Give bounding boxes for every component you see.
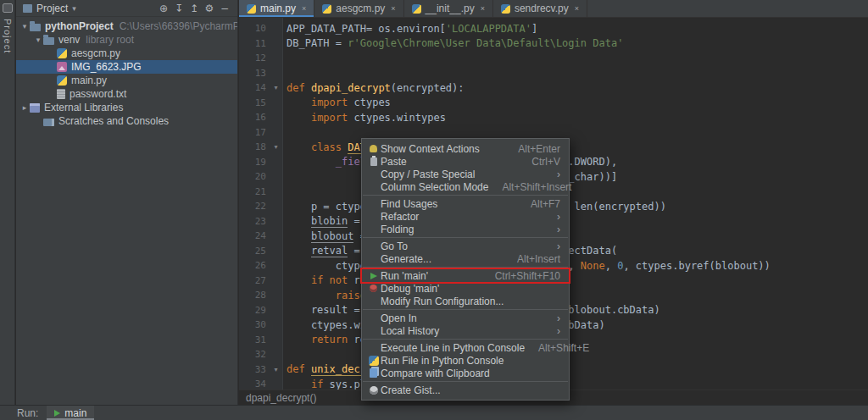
menu-item-modify-run-configuration[interactable]: Modify Run Configuration... — [362, 295, 569, 307]
line-number[interactable]: 24 — [239, 230, 270, 241]
line-number[interactable]: 23 — [239, 216, 270, 227]
menu-item-column-selection-mode[interactable]: Column Selection ModeAlt+Shift+Insert — [362, 180, 569, 193]
breadcrumb-item[interactable]: dpapi_decrypt() — [246, 392, 316, 404]
menu-item-label: Local History — [381, 325, 541, 337]
chevron-right-icon[interactable]: ▸ — [19, 103, 30, 112]
menu-item-label: Run 'main' — [381, 270, 481, 282]
line-number[interactable]: 33 — [239, 364, 270, 375]
menu-item-go-to[interactable]: Go To› — [362, 240, 569, 252]
line-number[interactable]: 19 — [239, 157, 270, 168]
line-number[interactable]: 22 — [239, 201, 270, 212]
menu-item-run-file-in-python-console[interactable]: Run File in Python Console — [362, 354, 569, 367]
line-number[interactable]: 21 — [239, 186, 270, 197]
line-number[interactable]: 16 — [239, 112, 270, 123]
menu-item-paste[interactable]: PasteCtrl+V — [362, 155, 569, 168]
menu-item-debug-main[interactable]: Debug 'main' — [362, 282, 569, 295]
project-toolbar: ⊕↧↥⚙− — [156, 3, 232, 14]
menu-item-find-usages[interactable]: Find UsagesAlt+F7 — [362, 197, 569, 210]
tree-item-img-6623-jpg[interactable]: IMG_6623.JPG — [16, 60, 237, 74]
run-tool-window-tab[interactable]: main — [47, 406, 94, 420]
line-number[interactable]: 29 — [239, 305, 270, 316]
project-stripe-icon — [3, 3, 13, 13]
line-number[interactable]: 14 — [239, 82, 270, 93]
project-panel-title[interactable]: Project — [36, 3, 68, 14]
stripe-tab-project[interactable]: Project — [3, 19, 13, 53]
menu-separator — [363, 195, 568, 196]
menu-item-label: Go To — [381, 240, 541, 252]
compare-icon — [370, 368, 377, 378]
line-number[interactable]: 17 — [239, 127, 270, 138]
menu-item-generate[interactable]: Generate...Alt+Insert — [362, 252, 569, 265]
caret-down-icon[interactable]: ▾ — [72, 4, 76, 13]
tree-item-scratches-and-consoles[interactable]: Scratches and Consoles — [16, 114, 237, 128]
menu-item-folding[interactable]: Folding› — [362, 223, 569, 235]
line-number[interactable]: 13 — [239, 68, 270, 79]
menu-item-show-context-actions[interactable]: Show Context ActionsAlt+Enter — [362, 142, 569, 155]
menu-separator — [363, 267, 568, 268]
menu-item-label: Execute Line in Python Console — [381, 342, 525, 354]
menu-item-create-gist[interactable]: Create Gist... — [362, 384, 569, 396]
context-menu: Show Context ActionsAlt+EnterPasteCtrl+V… — [361, 138, 570, 401]
line-number[interactable]: 31 — [239, 334, 270, 345]
locate-icon[interactable]: ⊕ — [156, 3, 171, 14]
tree-item-external-libraries[interactable]: ▸External Libraries — [16, 101, 237, 114]
scroll-up-icon[interactable]: ↥ — [186, 3, 202, 14]
fold-chevron-icon[interactable]: ▾ — [270, 366, 282, 373]
menu-item-compare-with-clipboard[interactable]: Compare with Clipboard — [362, 367, 569, 379]
tab-sendrecv-py[interactable]: sendrecv.py× — [493, 0, 587, 17]
settings-icon[interactable]: ⚙ — [202, 3, 217, 14]
tree-item-venv[interactable]: ▾venvlibrary root — [16, 33, 237, 47]
run-tab-label: main — [64, 407, 86, 419]
menu-item-run-main[interactable]: Run 'main'Ctrl+Shift+F10 — [362, 269, 569, 282]
chevron-down-icon[interactable]: ▾ — [33, 36, 43, 44]
tab-init-py[interactable]: __init__.py× — [404, 0, 493, 17]
tree-item-label: main.py — [71, 75, 107, 86]
scroll-down-icon[interactable]: ↧ — [171, 3, 186, 14]
fold-chevron-icon[interactable]: ▾ — [270, 143, 282, 151]
line-number[interactable]: 10 — [239, 23, 270, 34]
fold-chevron-icon[interactable]: ▾ — [270, 84, 282, 91]
menu-item-label: Copy / Paste Special — [381, 169, 541, 180]
line-number[interactable]: 28 — [239, 290, 270, 301]
menu-item-label: Find Usages — [381, 198, 517, 210]
hide-panel-icon[interactable]: − — [217, 3, 232, 14]
line-number[interactable]: 12 — [239, 52, 270, 64]
menu-item-local-history[interactable]: Local History› — [362, 324, 569, 337]
line-number[interactable]: 25 — [239, 246, 270, 257]
line-number[interactable]: 32 — [239, 349, 270, 360]
tab-label: __init__.py — [426, 3, 475, 14]
scratches-icon — [43, 119, 54, 126]
line-number[interactable]: 11 — [239, 38, 270, 49]
close-icon[interactable]: × — [575, 4, 579, 13]
close-icon[interactable]: × — [302, 4, 306, 13]
menu-item-shortcut: Alt+Shift+Insert — [502, 181, 571, 193]
line-number[interactable]: 34 — [239, 379, 270, 390]
menu-item-refactor[interactable]: Refactor› — [362, 210, 569, 223]
close-icon[interactable]: × — [481, 4, 485, 13]
line-number[interactable]: 26 — [239, 260, 270, 271]
python-icon — [369, 356, 379, 366]
line-number[interactable]: 20 — [239, 171, 270, 182]
tab-aesgcm-py[interactable]: aesgcm.py× — [314, 0, 403, 17]
tab-main-py[interactable]: main.py× — [239, 0, 314, 17]
tree-item-pythonproject[interactable]: ▾pythonProjectC:\Users\66396\PycharmProj… — [16, 19, 237, 33]
chevron-down-icon[interactable]: ▾ — [19, 22, 30, 30]
tree-item-password-txt[interactable]: password.txt — [16, 87, 237, 101]
text-icon — [57, 89, 65, 99]
menu-item-shortcut: Ctrl+Shift+F10 — [495, 270, 560, 282]
menu-item-execute-line-in-python-console[interactable]: Execute Line in Python ConsoleAlt+Shift+… — [362, 341, 569, 354]
submenu-arrow-icon: › — [554, 312, 560, 324]
gist-icon — [366, 386, 381, 395]
submenu-arrow-icon: › — [554, 211, 560, 223]
menu-item-copy-paste-special[interactable]: Copy / Paste Special› — [362, 168, 569, 180]
line-number[interactable]: 30 — [239, 319, 270, 330]
menu-item-open-in[interactable]: Open In› — [362, 312, 569, 324]
line-number[interactable]: 18 — [239, 141, 270, 152]
line-number[interactable]: 27 — [239, 275, 270, 286]
line-number[interactable]: 15 — [239, 97, 270, 108]
gist-icon — [370, 386, 378, 395]
tree-item-main-py[interactable]: main.py — [16, 74, 237, 87]
close-icon[interactable]: × — [391, 4, 395, 13]
menu-item-label: Paste — [381, 156, 518, 168]
tree-item-aesgcm-py[interactable]: aesgcm.py — [16, 47, 237, 60]
